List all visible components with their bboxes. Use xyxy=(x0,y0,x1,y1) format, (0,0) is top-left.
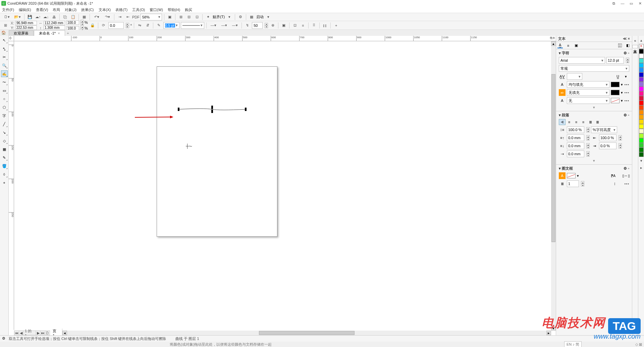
width-icon: ↔ xyxy=(38,21,43,25)
wrap-icon: ↯ xyxy=(244,22,251,29)
launcher-icon[interactable]: ▦ xyxy=(248,14,255,20)
minimize-button[interactable]: — xyxy=(620,1,625,6)
height-icon: ↕ xyxy=(38,26,43,30)
home-icon[interactable]: 🏠 xyxy=(1,31,6,35)
tab-close-icon[interactable]: × xyxy=(58,31,60,35)
menu-tools[interactable]: 工具(O) xyxy=(132,7,145,12)
x-label: X: xyxy=(10,21,15,25)
y-label: Y: xyxy=(10,26,15,30)
scale-x-input[interactable] xyxy=(66,20,79,25)
cloud-down-icon[interactable]: ☁↓ xyxy=(43,14,49,20)
bbox-icon[interactable]: ▣ xyxy=(280,22,287,29)
tab-document[interactable]: 未命名 -1*× xyxy=(34,30,65,36)
grid-icon[interactable]: ⊟ xyxy=(185,14,192,20)
guides-icon[interactable]: ⊡ xyxy=(194,14,200,20)
launch-label[interactable]: 启动 xyxy=(256,14,264,19)
import-button[interactable]: ⇥ xyxy=(116,14,123,20)
clipboard-icon[interactable]: ▦ xyxy=(81,14,88,20)
options-icon[interactable]: ⚙ xyxy=(237,14,244,20)
menu-effect[interactable]: 效果(C) xyxy=(81,7,94,12)
zoom-combo[interactable]: ▾ xyxy=(141,14,162,20)
standard-toolbar: 🗋▾ 📂▾ 💾 ☁↑ ☁↓ 🖶 ⿻ 📋 ▦ ↶▾ ↷▾ ⇥ ⇤ PDF ▾ ▣ … xyxy=(0,13,644,21)
window-title: CorelDRAW 2020 (64-Bit 试用期限到期) - 未命名 -1* xyxy=(7,1,611,6)
width-input[interactable] xyxy=(44,21,65,25)
app-logo-icon: C xyxy=(1,1,6,6)
snap-label[interactable]: 贴齐(T) xyxy=(213,14,225,19)
redo-button[interactable]: ↷▾ xyxy=(103,14,112,20)
line-ends-combo[interactable]: —▾ xyxy=(230,22,239,29)
line-style-combo[interactable]: ▾ xyxy=(181,22,204,29)
align-icon[interactable]: ≡ xyxy=(300,22,306,29)
print-button[interactable]: 🖶 xyxy=(51,14,57,20)
menu-file[interactable]: 文件(F) xyxy=(2,7,14,12)
rotation-icon: ⟳ xyxy=(100,22,107,29)
menubar: 文件(F) 编辑(E) 查看(V) 布局 对象(J) 效果(C) 文本(X) 表… xyxy=(0,7,644,13)
menu-table[interactable]: 表格(T) xyxy=(115,7,127,12)
menu-text[interactable]: 文本(X) xyxy=(99,7,111,12)
object-pos-icon: ⊞ xyxy=(2,22,9,29)
menu-window[interactable]: 窗口(W) xyxy=(150,7,163,12)
grid2-icon[interactable]: ⠿ xyxy=(311,22,317,29)
menu-object[interactable]: 对象(J) xyxy=(65,7,76,12)
rotation-spinner[interactable]: ▴▾ xyxy=(126,23,129,28)
launch-dropdown[interactable]: ▾ xyxy=(265,14,272,20)
y-input[interactable] xyxy=(15,25,37,30)
outline-width-input[interactable] xyxy=(165,23,175,27)
menu-help[interactable]: 帮助(H) xyxy=(168,7,180,12)
rotation-combo[interactable] xyxy=(108,22,124,29)
wrap-input[interactable] xyxy=(254,23,261,27)
add-preset-icon[interactable]: + xyxy=(333,22,339,29)
open-button[interactable]: 📂▾ xyxy=(13,14,22,20)
rotation-input[interactable] xyxy=(110,23,122,27)
save-button[interactable]: 💾 xyxy=(26,14,33,20)
close-curve-icon[interactable]: ⊕ xyxy=(269,22,276,29)
maximize-button[interactable]: ▭ xyxy=(629,1,634,6)
menu-edit[interactable]: 编辑(E) xyxy=(19,7,31,12)
start-arrow-combo[interactable]: —▾ xyxy=(209,22,218,29)
end-arrow-combo[interactable]: —▾ xyxy=(219,22,229,29)
rulers-icon[interactable]: ⊞ xyxy=(177,14,184,20)
cloud-up-icon[interactable]: ☁↑ xyxy=(35,14,41,20)
paste-button[interactable]: 📋 xyxy=(70,14,76,20)
outline-width-combo[interactable]: ▾ xyxy=(163,22,179,29)
snap-dropdown[interactable]: ▾ xyxy=(226,14,233,20)
snap-options-icon[interactable]: ✦ xyxy=(205,14,211,20)
lock-ratio-icon[interactable]: 🔒 xyxy=(89,22,96,29)
undo-button[interactable]: ↶▾ xyxy=(92,14,101,20)
menu-layout[interactable]: 布局 xyxy=(53,7,60,12)
fullscreen-icon[interactable]: ▣ xyxy=(166,14,173,20)
height-input[interactable] xyxy=(44,25,65,30)
wrap-combo[interactable] xyxy=(252,22,263,29)
pdf-export-icon[interactable]: PDF xyxy=(132,14,139,20)
tab-welcome[interactable]: 欢迎屏幕 xyxy=(9,30,34,36)
copy-button[interactable]: ⿻ xyxy=(62,14,68,20)
menu-buy[interactable]: 购买 xyxy=(185,7,192,12)
add-tab-button[interactable]: + xyxy=(65,31,71,36)
close-button[interactable]: ✕ xyxy=(637,1,643,6)
convert-icon[interactable]: ⊡ xyxy=(291,22,298,29)
mirror-h-icon[interactable]: ⇋ xyxy=(136,22,143,29)
mirror-v-icon[interactable]: ⇵ xyxy=(144,22,151,29)
wrap-spinner[interactable]: ▴▾ xyxy=(265,23,268,28)
pct-label: % xyxy=(85,20,88,24)
new-button[interactable]: 🗋▾ xyxy=(2,14,11,20)
menu-view[interactable]: 查看(V) xyxy=(36,7,48,12)
distribute-icon[interactable]: ⫿⫿ xyxy=(322,22,328,29)
outline-pen-icon: ✎ xyxy=(155,22,162,29)
popout-icon[interactable]: ⧉ xyxy=(611,1,616,6)
deg-label: ° xyxy=(130,23,132,27)
export-button[interactable]: ⇤ xyxy=(124,14,131,20)
x-input[interactable] xyxy=(15,21,37,25)
property-bar: ⊞ X: Y: ↔ ↕ ▴▾% ▴▾% 🔒 ⟳ ▴▾ ° ⇋ ⇵ ✎ ▾ ▾ —… xyxy=(0,21,644,30)
zoom-input[interactable] xyxy=(142,15,158,19)
